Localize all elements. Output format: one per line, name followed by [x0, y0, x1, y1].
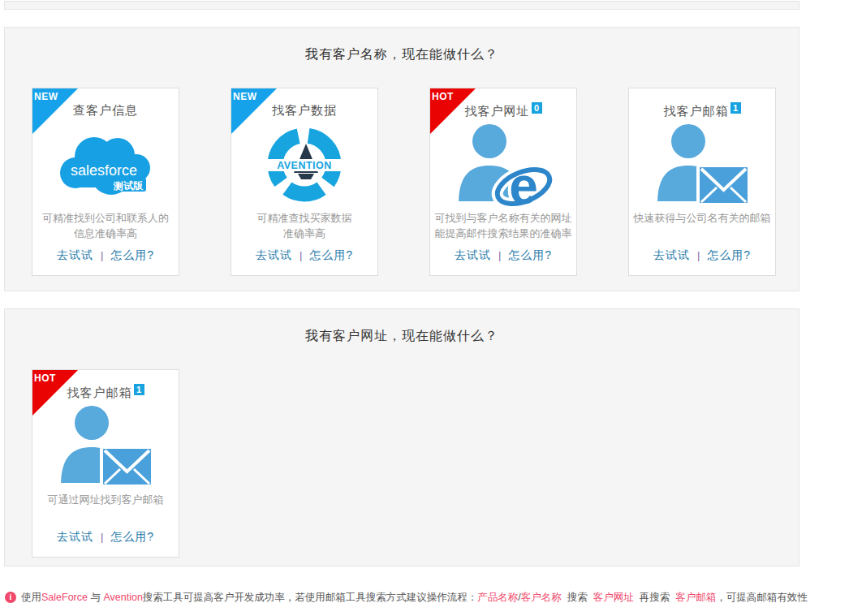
section-title: 我有客户名称，现在能做什么？ — [5, 28, 799, 63]
card-desc: 可通过网址找到客户邮箱 — [32, 492, 179, 528]
link-separator: | — [101, 249, 103, 261]
try-link[interactable]: 去试试 — [57, 530, 93, 543]
card-title: 找客户数据 — [272, 103, 337, 117]
card-links: 去试试|怎么用? — [231, 246, 377, 267]
try-link[interactable]: 去试试 — [256, 248, 292, 261]
section-title: 我有客户网址，现在能做什么？ — [5, 309, 799, 345]
ribbon-label: NEW — [34, 91, 58, 102]
card-desc: 快速获得与公司名有关的邮箱 — [629, 210, 775, 246]
ribbon-label: HOT — [34, 373, 56, 384]
salesforce-trial-tag: 测试版 — [113, 179, 144, 191]
section-have-customer-name: 我有客户名称，现在能做什么？ NEW 查客户信息 — [4, 27, 799, 291]
try-link[interactable]: 去试试 — [455, 248, 491, 261]
card-find-customer-website: HOT 找客户网址0 e 可找到与客户名称有关的网址 能提高邮件搜索结果的准确率 — [429, 88, 577, 276]
footer-highlight-term[interactable]: 产品名称 — [477, 592, 518, 603]
cards-row: HOT 找客户邮箱1 可通过网址找到客户邮箱 — [32, 369, 799, 558]
link-separator: | — [101, 531, 103, 543]
card-desc: 可精准找到公司和联系人的 信息准确率高 — [32, 210, 179, 246]
card-find-email-by-website: HOT 找客户邮箱1 可通过网址找到客户邮箱 — [32, 369, 179, 558]
info-icon: i — [5, 592, 16, 603]
try-link[interactable]: 去试试 — [57, 248, 93, 261]
card-desc: 可找到与客户名称有关的网址 能提高邮件搜索结果的准确率 — [430, 210, 576, 246]
desc-line: 快速获得与公司名有关的邮箱 — [629, 210, 775, 226]
salesforce-logo-icon: salesforce 测试版 — [57, 130, 154, 200]
footer-highlight-term[interactable]: SaleForce — [41, 592, 88, 603]
person-email-icon — [649, 120, 755, 209]
footer-segment: ，可提高邮箱有效性 — [716, 592, 808, 603]
card-desc: 可精准查找买家数据 准确率高 — [231, 210, 377, 246]
footer-highlight-term[interactable]: Avention — [103, 592, 142, 603]
footer-tip: i 使用SaleForce 与 Avention搜索工具可提高客户开发成功率，若… — [5, 590, 844, 605]
footer-segment: 与 — [88, 592, 103, 603]
ribbon-label: NEW — [233, 91, 257, 102]
footer-highlight-term[interactable]: 客户网址 — [593, 592, 634, 603]
desc-line: 能提高邮件搜索结果的准确率 — [430, 226, 576, 241]
card-find-customer-data: NEW 找客户数据 AVENTION 可精准查找买家数据 准确率高 去试试|怎么… — [231, 88, 378, 276]
footer-segment: 搜索 — [562, 592, 593, 603]
card-links: 去试试|怎么用? — [629, 246, 775, 267]
how-link[interactable]: 怎么用? — [309, 248, 353, 261]
card-title-row: 找客户邮箱1 — [629, 102, 775, 118]
link-separator: | — [498, 249, 501, 261]
new-ribbon: NEW — [231, 88, 278, 135]
hot-ribbon: HOT — [32, 369, 79, 416]
card-icon-area — [629, 118, 775, 210]
cards-row: NEW 查客户信息 salesforce 测试版 — [32, 88, 799, 276]
desc-line: 可精准查找买家数据 — [231, 210, 377, 226]
desc-line: 准确率高 — [231, 226, 377, 241]
desc-line: 可精准找到公司和联系人的 — [32, 210, 179, 226]
desc-line: 可找到与客户名称有关的网址 — [430, 210, 576, 226]
ribbon-label: HOT — [432, 91, 454, 102]
count-badge: 1 — [134, 384, 144, 395]
footer-segment: 使用 — [21, 592, 41, 603]
how-link[interactable]: 怎么用? — [110, 248, 154, 261]
how-link[interactable]: 怎么用? — [110, 530, 154, 543]
card-links: 去试试|怎么用? — [430, 246, 576, 267]
link-separator: | — [697, 249, 700, 261]
try-link[interactable]: 去试试 — [653, 248, 690, 261]
card-links: 去试试|怎么用? — [32, 246, 179, 267]
card-find-customer-email: 找客户邮箱1 快速获得与公司名有关的邮箱 去试试|怎么用? — [628, 88, 776, 276]
count-badge: 0 — [532, 102, 542, 114]
avention-logo-icon: AVENTION — [264, 124, 345, 205]
link-separator: | — [300, 249, 302, 261]
top-bar — [4, 1, 799, 10]
section-have-customer-website: 我有客户网址，现在能做什么？ HOT 找客户邮箱1 — [4, 308, 799, 566]
footer-segment: 再搜索 — [634, 592, 675, 603]
desc-line: 可通过网址找到客户邮箱 — [32, 492, 179, 507]
how-link[interactable]: 怎么用? — [707, 248, 751, 261]
avention-wordmark: AVENTION — [277, 160, 332, 171]
footer-text: 使用SaleForce 与 Avention搜索工具可提高客户开发成功率，若使用… — [21, 590, 808, 605]
footer-highlight-term[interactable]: 客户邮箱 — [675, 592, 716, 603]
card-title: 查客户信息 — [73, 103, 138, 117]
card-links: 去试试|怎么用? — [32, 528, 179, 549]
how-link[interactable]: 怎么用? — [508, 248, 552, 261]
footer-segment: 搜索工具可提高客户开发成功率，若使用邮箱工具搜索方式建议操作流程： — [143, 592, 478, 603]
salesforce-wordmark: salesforce — [71, 162, 137, 179]
footer-highlight-term[interactable]: 客户名称 — [521, 592, 562, 603]
new-ribbon: NEW — [32, 88, 79, 135]
count-badge: 1 — [730, 102, 741, 114]
desc-line: 信息准确率高 — [32, 226, 179, 241]
hot-ribbon: HOT — [429, 88, 476, 135]
card-title: 找客户邮箱 — [664, 104, 729, 118]
card-check-customer-info: NEW 查客户信息 salesforce 测试版 — [32, 88, 179, 276]
